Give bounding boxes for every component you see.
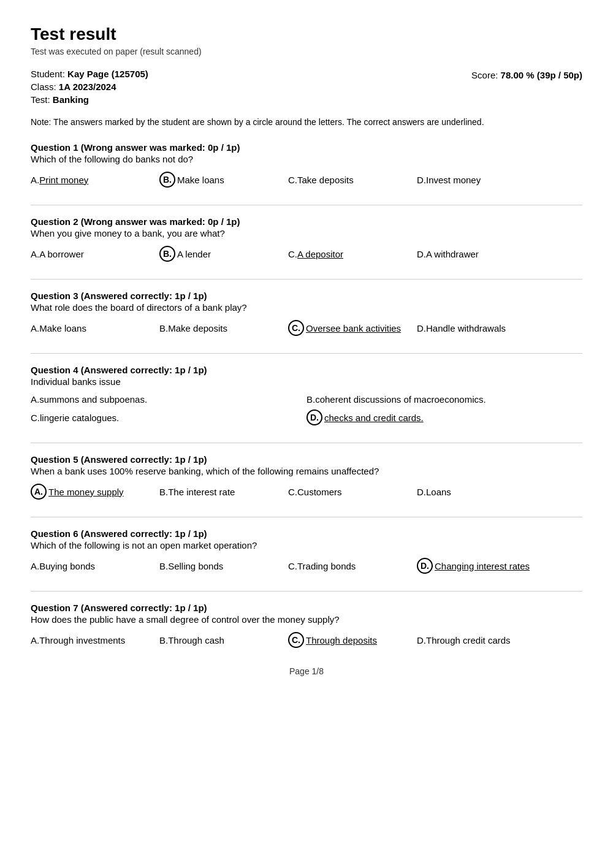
question-text-1: Which of the following do banks not do?	[31, 154, 582, 164]
answer-q2-B: B.A lender	[159, 246, 282, 262]
question-block-3: Question 3 (Answered correctly: 1p / 1p)…	[31, 291, 582, 336]
score-value: 78.00 % (39p / 50p)	[501, 70, 582, 80]
class-label: Class:	[31, 82, 56, 92]
class-line: Class: 1A 2023/2024	[31, 82, 148, 92]
answer-q5-D: D. Loans	[417, 487, 539, 497]
answer-q7-D: D. Through credit cards	[417, 635, 539, 645]
answer-q5-C: C. Customers	[288, 487, 411, 497]
answer-q1-C: C. Take deposits	[288, 175, 411, 185]
question-block-5: Question 5 (Answered correctly: 1p / 1p)…	[31, 454, 582, 500]
answer-q4-A: A. summons and subpoenas.	[31, 394, 300, 405]
answers-q5: A.The money supplyB. The interest rateC.…	[31, 484, 582, 500]
answer-letter-q3-D: D.	[417, 323, 426, 333]
answer-q7-B: B. Through cash	[159, 635, 282, 645]
answers-q4: A. summons and subpoenas.B. coherent dis…	[31, 394, 582, 425]
answer-q7-A: A. Through investments	[31, 635, 153, 645]
answer-text-q3-D: Handle withdrawals	[426, 323, 506, 333]
answer-q4-B: B. coherent discussions of macroeconomic…	[306, 394, 576, 405]
page-footer: Page 1/8	[31, 666, 582, 676]
answer-letter-q5-D: D.	[417, 487, 426, 497]
question-text-4: Individual banks issue	[31, 376, 582, 387]
answer-text-q5-A: The money supply	[48, 487, 124, 497]
score-section: Score: 78.00 % (39p / 50p)	[471, 69, 582, 105]
answer-text-q3-C: Oversee bank activities	[306, 323, 401, 333]
answer-q3-D: D. Handle withdrawals	[417, 323, 539, 333]
answer-text-q5-D: Loans	[426, 487, 451, 497]
answer-text-q1-A: Print money	[39, 175, 88, 185]
answer-text-q1-B: Make loans	[177, 175, 224, 185]
answer-q2-A: A. A borrower	[31, 249, 153, 259]
answer-q3-B: B. Make deposits	[159, 323, 282, 333]
answer-text-q3-A: Make loans	[39, 323, 86, 333]
test-label: Test:	[31, 94, 50, 105]
divider-2	[31, 279, 582, 280]
question-header-2: Question 2 (Wrong answer was marked: 0p …	[31, 216, 582, 227]
questions-container: Question 1 (Wrong answer was marked: 0p …	[31, 142, 582, 648]
meta-left: Student: Kay Page (125705) Class: 1A 202…	[31, 69, 148, 105]
answer-text-q1-C: Take deposits	[297, 175, 354, 185]
answer-text-q5-B: The interest rate	[168, 487, 235, 497]
test-line: Test: Banking	[31, 94, 148, 105]
class-value: 1A 2023/2024	[59, 82, 116, 92]
answer-text-q4-C: lingerie catalogues.	[40, 413, 119, 423]
page-title: Test result	[31, 25, 582, 44]
divider-1	[31, 205, 582, 205]
answer-letter-q4-B: B.	[306, 394, 315, 405]
answer-q1-A: A. Print money	[31, 175, 153, 185]
answer-letter-q1-D: D.	[417, 175, 426, 185]
circle-q4-D: D.	[306, 409, 322, 425]
student-line: Student: Kay Page (125705)	[31, 69, 148, 79]
answer-q6-A: A. Buying bonds	[31, 561, 153, 571]
answer-q2-C: C. A depositor	[288, 249, 411, 259]
answer-text-q7-D: Through credit cards	[426, 635, 511, 645]
answer-letter-q6-B: B.	[159, 561, 168, 571]
answer-letter-q6-A: A.	[31, 561, 39, 571]
circle-q2-B: B.	[159, 246, 175, 262]
meta-section: Student: Kay Page (125705) Class: 1A 202…	[31, 69, 582, 105]
circle-q1-B: B.	[159, 172, 175, 188]
answer-q6-B: B. Selling bonds	[159, 561, 282, 571]
answer-q4-D: D.checks and credit cards.	[306, 409, 576, 425]
answer-text-q4-D: checks and credit cards.	[324, 413, 424, 423]
question-header-6: Question 6 (Answered correctly: 1p / 1p)	[31, 528, 582, 539]
question-text-5: When a bank uses 100% reserve banking, w…	[31, 466, 582, 476]
student-name: Kay Page (125705)	[67, 69, 148, 79]
answers-q2: A. A borrowerB.A lenderC. A depositorD. …	[31, 246, 582, 262]
answer-q5-B: B. The interest rate	[159, 487, 282, 497]
answer-text-q2-A: A borrower	[39, 249, 84, 259]
answer-text-q2-C: A depositor	[297, 249, 343, 259]
answer-letter-q5-C: C.	[288, 487, 297, 497]
answer-text-q1-D: Invest money	[426, 175, 481, 185]
question-text-6: Which of the following is not an open ma…	[31, 540, 582, 550]
question-text-7: How does the public have a small degree …	[31, 614, 582, 625]
answers-q1: A. Print moneyB.Make loansC. Take deposi…	[31, 172, 582, 188]
question-text-2: When you give money to a bank, you are w…	[31, 228, 582, 238]
answer-text-q3-B: Make deposits	[168, 323, 227, 333]
page-number: Page 1/8	[289, 666, 324, 676]
answer-text-q7-C: Through deposits	[306, 635, 377, 645]
answer-text-q6-B: Selling bonds	[168, 561, 223, 571]
question-header-4: Question 4 (Answered correctly: 1p / 1p)	[31, 365, 582, 375]
circle-q7-C: C.	[288, 632, 304, 648]
answer-text-q4-B: coherent discussions of macroeconomics.	[315, 394, 485, 405]
answer-text-q5-C: Customers	[297, 487, 342, 497]
circle-q3-C: C.	[288, 320, 304, 336]
question-block-6: Question 6 (Answered correctly: 1p / 1p)…	[31, 528, 582, 574]
answer-q4-C: C. lingerie catalogues.	[31, 409, 300, 425]
answer-q6-C: C. Trading bonds	[288, 561, 411, 571]
answer-q1-D: D. Invest money	[417, 175, 539, 185]
answer-letter-q2-D: D.	[417, 249, 426, 259]
answer-letter-q2-A: A.	[31, 249, 39, 259]
answer-text-q6-D: Changing interest rates	[435, 561, 530, 571]
divider-5	[31, 517, 582, 517]
answer-q3-A: A. Make loans	[31, 323, 153, 333]
divider-3	[31, 353, 582, 354]
test-value: Banking	[53, 94, 89, 105]
answer-letter-q7-A: A.	[31, 635, 39, 645]
question-header-1: Question 1 (Wrong answer was marked: 0p …	[31, 142, 582, 153]
answer-text-q2-B: A lender	[177, 249, 211, 259]
divider-6	[31, 591, 582, 592]
student-label: Student:	[31, 69, 65, 79]
answer-letter-q7-B: B.	[159, 635, 168, 645]
answer-q5-A: A.The money supply	[31, 484, 153, 500]
